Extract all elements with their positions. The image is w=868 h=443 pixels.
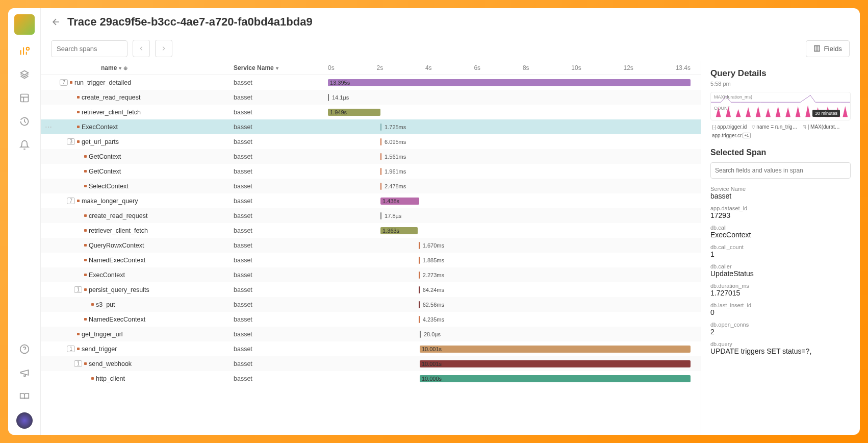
back-button[interactable] — [51, 17, 61, 27]
span-row[interactable]: ⋯s3_putbasset62.56ms — [41, 297, 701, 312]
span-row[interactable]: ⋯NamedExecContextbasset4.235ms — [41, 312, 701, 327]
span-name: get_url_parts — [82, 138, 234, 145]
span-bar-track: 10.001s — [328, 346, 691, 353]
query-chip[interactable]: ▽name = run_trig… — [750, 124, 799, 130]
field-key: db.call — [710, 225, 851, 231]
span-service: basset — [234, 212, 328, 219]
nav-query-icon[interactable] — [17, 44, 32, 58]
child-count-badge[interactable]: 1 — [74, 286, 82, 293]
span-bar-track: 1.885ms — [328, 257, 691, 264]
span-row[interactable]: ⋯get_trigger_urlbasset28.0µs — [41, 327, 701, 341]
span-name: GetContext — [89, 153, 234, 160]
query-chip[interactable]: app.trigger.cr+1 — [710, 132, 752, 139]
field-row[interactable]: db.open_conns2 — [710, 322, 851, 336]
span-marker-icon — [91, 303, 94, 306]
span-bar: 10.001s — [420, 346, 691, 353]
nav-datasets-icon[interactable] — [17, 67, 32, 82]
span-row[interactable]: ⋯7make_longer_querybasset1.438s — [41, 193, 701, 208]
chevron-down-icon: ▾ — [119, 65, 121, 71]
span-marker-icon — [77, 348, 80, 350]
row-menu-icon[interactable]: ⋯ — [41, 123, 56, 131]
column-name-header[interactable]: name▾⊕ — [101, 64, 234, 71]
span-row[interactable]: ⋯7run_trigger_detailedbasset13.395s — [41, 75, 701, 90]
span-name: persist_query_results — [89, 286, 234, 293]
span-row[interactable]: ⋯ExecContextbasset1.725ms — [41, 119, 701, 134]
span-duration-label: 62.56ms — [423, 302, 444, 308]
child-count-badge[interactable]: 7 — [67, 198, 75, 204]
span-bar-track: 6.095ms — [328, 138, 691, 145]
nav-announce-icon[interactable] — [17, 365, 32, 380]
nav-boards-icon[interactable] — [17, 91, 32, 105]
child-count-badge[interactable]: 1 — [74, 360, 82, 367]
span-name: send_trigger — [82, 346, 234, 353]
field-row[interactable]: db.queryUPDATE triggers SET status=?, — [710, 341, 851, 355]
span-row[interactable]: ⋯1persist_query_resultsbasset64.24ms — [41, 282, 701, 297]
span-service: basset — [234, 124, 328, 131]
span-duration-label: 10.001s — [422, 346, 442, 352]
span-row[interactable]: ⋯NamedExecContextbasset1.885ms — [41, 253, 701, 267]
child-count-badge[interactable]: 1 — [67, 346, 75, 352]
span-row[interactable]: ⋯SelectContextbasset2.478ms — [41, 179, 701, 193]
span-duration-label: 17.8µs — [385, 213, 401, 219]
mini-chart-label-bottom: COUNT — [714, 106, 730, 111]
span-tick — [380, 153, 381, 160]
field-value: 2 — [710, 328, 851, 336]
field-row[interactable]: db.last_insert_id0 — [710, 302, 851, 316]
span-tick — [328, 94, 329, 101]
sort-icon: ⊕ — [123, 65, 127, 71]
query-chip[interactable]: {·}app.trigger.id — [710, 124, 748, 130]
span-duration-label: 64.24ms — [423, 287, 444, 293]
field-row[interactable]: db.duration_ms1.727015 — [710, 283, 851, 297]
nav-help-icon[interactable] — [17, 342, 32, 356]
mini-chart[interactable]: MAX(duration_ms) COUNT 30 minutes — [710, 92, 851, 120]
field-row[interactable]: app.dataset_id17293 — [710, 205, 851, 219]
avatar[interactable] — [16, 412, 33, 429]
field-row[interactable]: Service Namebasset — [710, 186, 851, 200]
fields-button[interactable]: Fields — [806, 40, 850, 57]
nav-docs-icon[interactable] — [17, 389, 32, 403]
child-count-badge[interactable]: 7 — [60, 79, 68, 86]
span-marker-icon — [84, 185, 87, 187]
search-fields-input[interactable] — [710, 162, 851, 179]
field-key: db.call_count — [710, 244, 851, 250]
field-row[interactable]: db.callerUpdateStatus — [710, 263, 851, 278]
field-value: 1.727015 — [710, 289, 851, 297]
nav-alerts-icon[interactable] — [17, 138, 32, 152]
span-row[interactable]: ⋯QueryRowxContextbasset1.670ms — [41, 238, 701, 253]
span-tick — [380, 183, 381, 190]
span-row[interactable]: ⋯3get_url_partsbasset6.095ms — [41, 134, 701, 149]
span-row[interactable]: ⋯1send_triggerbasset10.001s — [41, 341, 701, 356]
span-row[interactable]: ⋯create_read_requestbasset14.1µs — [41, 90, 701, 105]
selected-span-title: Selected Span — [710, 148, 851, 157]
timeline-tick: 13.4s — [676, 64, 691, 71]
query-chip[interactable]: ⇅| MAX(durat… — [801, 124, 841, 130]
span-name: create_read_request — [82, 94, 234, 101]
span-row[interactable]: ⋯1send_webhookbasset10.001s — [41, 356, 701, 371]
span-service: basset — [234, 346, 328, 353]
chip-label: | MAX(durat… — [808, 124, 840, 130]
span-duration-label: 1.363s — [382, 228, 399, 234]
span-duration-label: 13.395s — [330, 80, 350, 86]
span-row[interactable]: ⋯create_read_requestbasset17.8µs — [41, 208, 701, 223]
prev-span-button[interactable] — [133, 40, 150, 57]
span-tick — [419, 316, 420, 323]
span-row[interactable]: ⋯GetContextbasset1.561ms — [41, 149, 701, 164]
span-row[interactable]: ⋯GetContextbasset1.961ms — [41, 164, 701, 179]
span-marker-icon — [70, 81, 72, 84]
span-row[interactable]: ⋯http_clientbasset10.000s — [41, 371, 701, 386]
span-marker-icon — [77, 96, 80, 99]
span-row[interactable]: ⋯retriever_client_fetchbasset1.363s — [41, 223, 701, 238]
span-service: basset — [234, 168, 328, 175]
next-span-button[interactable] — [155, 40, 172, 57]
column-service-header[interactable]: Service Name▾ — [234, 64, 328, 71]
span-service: basset — [234, 138, 328, 145]
span-name: retriever_client_fetch — [89, 227, 234, 234]
field-row[interactable]: db.callExecContext — [710, 225, 851, 239]
child-count-badge[interactable]: 3 — [67, 138, 75, 145]
field-row[interactable]: db.call_count1 — [710, 244, 851, 258]
span-row[interactable]: ⋯ExecContextbasset2.273ms — [41, 267, 701, 282]
nav-history-icon[interactable] — [17, 114, 32, 129]
span-row[interactable]: ⋯retriever_client_fetchbasset1.949s — [41, 105, 701, 119]
search-spans-input[interactable] — [51, 40, 127, 57]
span-tick — [419, 257, 420, 264]
